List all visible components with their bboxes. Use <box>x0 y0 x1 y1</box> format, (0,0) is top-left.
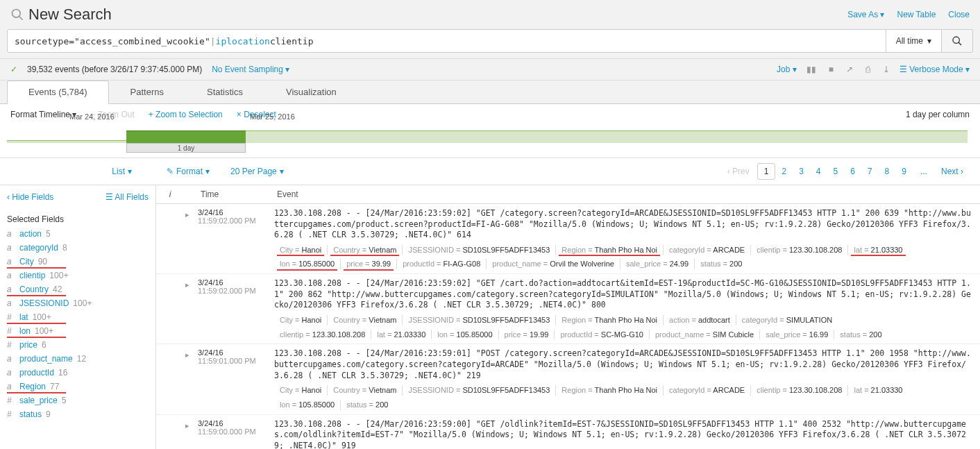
kv-status[interactable]: status = 200 <box>341 400 394 410</box>
kv-Region[interactable]: Region = Thanh Pho Ha Noi <box>556 315 664 325</box>
zoom-to-selection-button[interactable]: + Zoom to Selection <box>149 110 223 119</box>
kv-Country[interactable]: Country = Vietnam <box>328 315 403 325</box>
close-link[interactable]: Close <box>948 10 970 19</box>
kv-JSESSIONID[interactable]: JSESSIONID = SD10SL9FF5ADFF13453 <box>403 385 556 396</box>
tab-events[interactable]: Events (5,784) <box>7 81 109 104</box>
kv-Region[interactable]: Region = Thanh Pho Ha Noi <box>556 245 664 255</box>
kv-Country[interactable]: Country = Vietnam <box>328 385 403 396</box>
expand-toggle[interactable] <box>177 278 198 339</box>
kv-product_name[interactable]: product_name = SIM Cubicle <box>650 330 760 340</box>
pause-icon[interactable]: ▮▮ <box>804 63 819 76</box>
kv-lon[interactable]: lon = 105.85000 <box>432 330 498 340</box>
event-body[interactable]: 123.30.108.208 - - [24/Mar/2016:23:59:02… <box>274 278 973 339</box>
kv-City[interactable]: City = Hanoi <box>274 245 328 255</box>
kv-productId[interactable]: productId = SC-MG-G10 <box>555 330 650 340</box>
job-menu[interactable]: Job ▾ <box>777 65 797 74</box>
page-3[interactable]: 3 <box>793 164 810 179</box>
hide-fields-link[interactable]: ‹ Hide Fields <box>7 192 53 202</box>
field-categoryid[interactable]: acategoryId8 <box>0 241 155 255</box>
kv-Country[interactable]: Country = Vietnam <box>328 245 403 255</box>
share-icon[interactable]: ↗ <box>843 63 856 76</box>
field-price[interactable]: #price6 <box>0 338 155 352</box>
page-9[interactable]: 9 <box>895 164 913 179</box>
kv-status[interactable]: status = 200 <box>695 259 747 269</box>
kv-categoryId[interactable]: categoryId = SIMULATION <box>736 315 838 325</box>
page-8[interactable]: 8 <box>879 164 896 179</box>
download-icon[interactable]: ⤓ <box>880 63 893 76</box>
event-body[interactable]: 123.30.108.208 - - [24/Mar/2016:23:59:01… <box>274 348 973 409</box>
field-productid[interactable]: aproductId16 <box>0 366 155 380</box>
page-1[interactable]: 1 <box>757 163 776 180</box>
kv-productId[interactable]: productId = FI-AG-G08 <box>397 259 487 269</box>
search-icon <box>10 8 24 22</box>
event-sampling-menu[interactable]: No Event Sampling ▾ <box>212 65 289 74</box>
col-info[interactable]: i <box>163 189 177 199</box>
format-menu[interactable]: ✎Format ▾ <box>167 167 210 176</box>
field-jsessionid[interactable]: aJSESSIONID100+ <box>0 296 155 310</box>
field-sale_price[interactable]: #sale_price5 <box>0 393 155 407</box>
kv-price[interactable]: price = 39.99 <box>341 259 397 269</box>
field-country[interactable]: aCountry42 <box>0 282 155 296</box>
kv-clientip[interactable]: clientip = 123.30.108.208 <box>274 330 371 340</box>
page-5[interactable]: 5 <box>827 164 845 179</box>
kv-Region[interactable]: Region = Thanh Pho Ha Noi <box>556 385 664 396</box>
kv-JSESSIONID[interactable]: JSESSIONID = SD10SL9FF5ADFF13453 <box>403 245 556 255</box>
expand-toggle[interactable] <box>177 208 198 269</box>
kv-lat[interactable]: lat = 21.03330 <box>371 330 432 340</box>
per-page-menu[interactable]: 20 Per Page ▾ <box>230 167 284 176</box>
tab-visualization[interactable]: Visualization <box>264 81 358 103</box>
time-range-picker[interactable]: All time▾ <box>886 29 942 53</box>
event-body[interactable]: 123.30.108.208 - - [24/Mar/2016:23:59:02… <box>274 208 973 269</box>
print-icon[interactable]: ⎙ <box>863 63 873 76</box>
kv-clientip[interactable]: clientip = 123.30.108.208 <box>751 245 848 255</box>
kv-lon[interactable]: lon = 105.85000 <box>274 259 341 269</box>
kv-sale_price[interactable]: sale_price = 16.99 <box>760 330 834 340</box>
field-lat[interactable]: #lat100+ <box>0 310 155 324</box>
kv-categoryId[interactable]: categoryId = ARCADE <box>664 385 751 396</box>
kv-product_name[interactable]: product_name = Orvil the Wolverine <box>487 259 620 269</box>
new-table-link[interactable]: New Table <box>897 10 936 19</box>
kv-status[interactable]: status = 200 <box>834 330 887 340</box>
save-as-menu[interactable]: Save As ▾ <box>847 10 884 19</box>
kv-JSESSIONID[interactable]: JSESSIONID = SD10SL9FF5ADFF13453 <box>403 315 556 325</box>
kv-sale_price[interactable]: sale_price = 24.99 <box>620 259 695 269</box>
kv-action[interactable]: action = addtocart <box>664 315 736 325</box>
list-view-menu[interactable]: List ▾ <box>112 167 132 176</box>
timeline-selection-handle[interactable]: 1 day <box>126 143 246 153</box>
field-product_name[interactable]: aproduct_name12 <box>0 352 155 366</box>
field-lon[interactable]: #lon100+ <box>0 324 155 338</box>
format-timeline-menu[interactable]: Format Timeline ▾ <box>10 110 76 119</box>
page-2[interactable]: 2 <box>775 164 793 179</box>
field-clientip[interactable]: aclientip100+ <box>0 269 155 282</box>
kv-lon[interactable]: lon = 105.85000 <box>274 400 341 410</box>
page-4[interactable]: 4 <box>810 164 827 179</box>
kv-clientip[interactable]: clientip = 123.30.108.208 <box>751 385 848 396</box>
col-event[interactable]: Event <box>274 189 973 199</box>
tab-patterns[interactable]: Patterns <box>109 81 185 103</box>
next-page[interactable]: Next › <box>935 164 970 179</box>
kv-City[interactable]: City = Hanoi <box>274 315 328 325</box>
kv-City[interactable]: City = Hanoi <box>274 385 328 396</box>
expand-toggle[interactable] <box>177 419 198 449</box>
field-city[interactable]: aCity90 <box>0 255 155 269</box>
page-6[interactable]: 6 <box>844 164 861 179</box>
all-fields-link[interactable]: ☰ All Fields <box>105 192 149 202</box>
prev-page[interactable]: ‹ Prev <box>721 164 756 179</box>
timeline[interactable]: Mar 24, 2016 Mar 25, 2016 1 day <box>0 122 980 158</box>
kv-price[interactable]: price = 19.99 <box>499 330 555 340</box>
page-7[interactable]: 7 <box>861 164 879 179</box>
event-body[interactable]: 123.30.108.208 - - [24/Mar/2016:23:59:00… <box>274 419 973 449</box>
field-action[interactable]: aaction5 <box>0 227 155 241</box>
stop-icon[interactable]: ■ <box>826 63 836 76</box>
col-time[interactable]: Time <box>198 189 274 199</box>
field-status[interactable]: #status9 <box>0 407 155 421</box>
kv-lat[interactable]: lat = 21.03330 <box>848 245 908 255</box>
search-input[interactable]: sourcetype="access_combined_wcookie" | i… <box>7 29 886 53</box>
field-region[interactable]: aRegion77 <box>0 380 155 393</box>
kv-lat[interactable]: lat = 21.03330 <box>848 385 908 396</box>
kv-categoryId[interactable]: categoryId = ARCADE <box>664 245 751 255</box>
tab-statistics[interactable]: Statistics <box>185 81 264 103</box>
search-mode-menu[interactable]: ☰ Verbose Mode ▾ <box>899 65 970 74</box>
expand-toggle[interactable] <box>177 348 198 409</box>
run-search-button[interactable] <box>942 29 973 53</box>
